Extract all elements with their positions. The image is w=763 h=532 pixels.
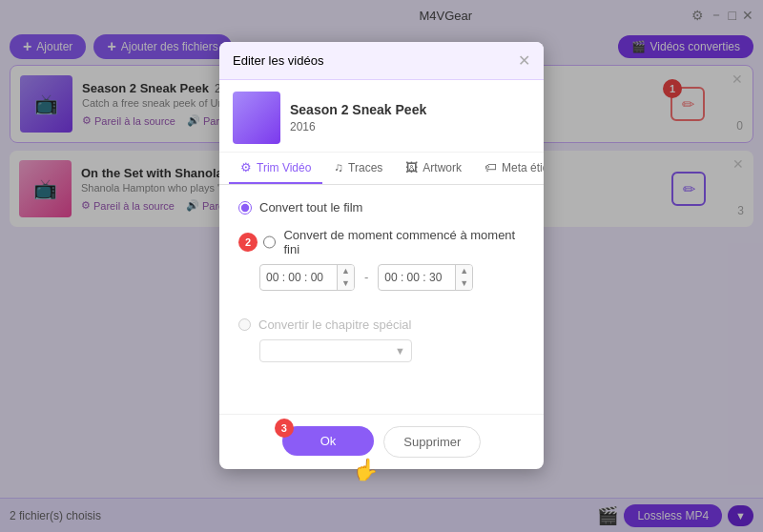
modal-video-info: Season 2 Sneak Peek 2016: [219, 80, 544, 153]
modal-video-year: 2016: [290, 120, 426, 133]
modal-close-button[interactable]: ✕: [518, 51, 530, 70]
tab-trim-label: Trim Vidéo: [257, 161, 311, 174]
step-badge-3: 3: [275, 419, 294, 438]
time-start-spinners: ▲ ▼: [337, 265, 354, 290]
modal-overlay: Editer les vidéos ✕ Season 2 Sneak Peek …: [0, 0, 763, 532]
traces-icon: ♫: [334, 160, 343, 174]
time-end-spinners: ▲ ▼: [455, 265, 472, 290]
radio-range-input[interactable]: [263, 235, 276, 249]
time-start-group: ▲ ▼: [259, 264, 355, 291]
time-separator: -: [364, 270, 368, 284]
radio-range[interactable]: Convert de moment commencé à moment fini: [263, 228, 525, 256]
chapter-radio[interactable]: Convertir le chapitre spécial: [238, 317, 525, 332]
ok-button[interactable]: Ok: [282, 426, 375, 456]
tab-meta-label: Meta étiquette: [502, 161, 544, 174]
modal-title: Editer les vidéos: [233, 53, 323, 68]
radio-all[interactable]: Convert tout le film: [238, 200, 525, 215]
chapter-label-text: Convertir le chapitre spécial: [258, 317, 411, 332]
tab-meta[interactable]: 🏷 Meta étiquette: [473, 153, 544, 184]
time-end-input[interactable]: [379, 267, 455, 288]
time-start-down[interactable]: ▼: [338, 277, 354, 290]
chapter-section: Convertir le chapitre spécial ▼: [238, 317, 525, 362]
modal-body: Convert tout le film 2 Convert de moment…: [219, 185, 544, 414]
delete-label: Supprimer: [403, 435, 461, 449]
tab-traces[interactable]: ♫ Traces: [322, 153, 394, 184]
time-range: ▲ ▼ - ▲ ▼: [259, 264, 525, 291]
radio-all-label: Convert tout le film: [259, 200, 362, 215]
tab-trim-video[interactable]: ⚙ Trim Vidéo: [229, 153, 322, 184]
chapter-select-wrapper: ▼: [259, 339, 412, 362]
radio-group: Convert tout le film 2 Convert de moment…: [238, 200, 525, 362]
time-end-group: ▲ ▼: [378, 264, 473, 291]
ok-label: Ok: [320, 434, 337, 448]
modal-tabs: ⚙ Trim Vidéo ♫ Traces 🖼 Artwork 🏷 Meta é…: [219, 153, 544, 185]
modal-thumb: [233, 92, 280, 144]
time-end-down[interactable]: ▼: [456, 277, 472, 290]
radio-range-section: 2 Convert de moment commencé à moment fi…: [238, 228, 525, 291]
chapter-radio-input: [238, 318, 251, 331]
time-end-up[interactable]: ▲: [456, 265, 472, 277]
tab-artwork[interactable]: 🖼 Artwork: [394, 153, 473, 184]
modal-video-title: Season 2 Sneak Peek: [290, 102, 426, 117]
artwork-icon: 🖼: [405, 160, 418, 174]
tab-artwork-label: Artwork: [423, 161, 462, 174]
meta-icon: 🏷: [485, 160, 497, 174]
modal-footer: 3 Ok Supprimer: [219, 414, 544, 469]
tab-traces-label: Traces: [348, 161, 382, 174]
edit-modal: Editer les vidéos ✕ Season 2 Sneak Peek …: [219, 42, 544, 469]
delete-button[interactable]: Supprimer: [383, 426, 481, 458]
modal-header: Editer les vidéos ✕: [219, 42, 544, 80]
chapter-select[interactable]: [260, 340, 389, 361]
radio-all-input[interactable]: [238, 201, 252, 215]
trim-icon: ⚙: [240, 160, 252, 174]
step-badge-2: 2: [238, 233, 258, 252]
radio-range-label: Convert de moment commencé à moment fini: [283, 228, 525, 256]
time-start-up[interactable]: ▲: [338, 265, 354, 277]
time-start-input[interactable]: [260, 267, 337, 288]
modal-video-details: Season 2 Sneak Peek 2016: [290, 102, 426, 133]
chevron-down-icon: ▼: [389, 341, 411, 360]
